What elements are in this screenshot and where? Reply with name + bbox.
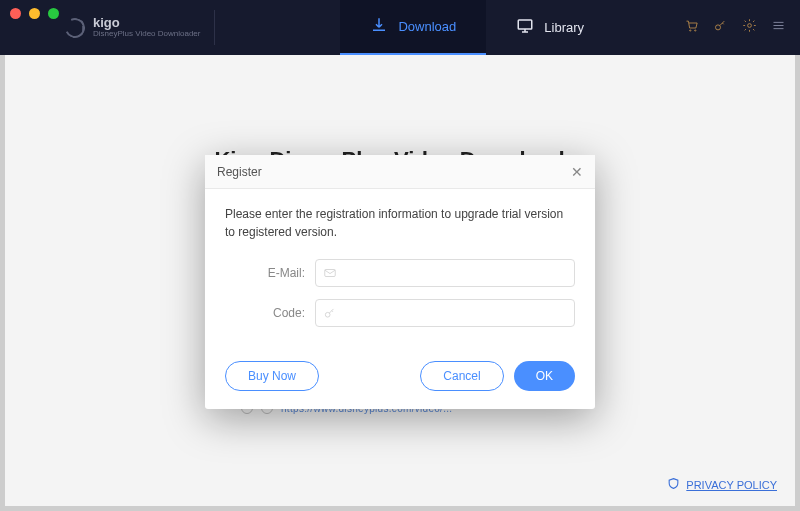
key-icon[interactable] — [713, 18, 728, 37]
brand-subtitle: DisneyPlus Video Downloader — [93, 30, 200, 39]
close-icon[interactable]: ✕ — [571, 165, 583, 179]
download-icon — [370, 16, 388, 37]
mail-icon — [323, 266, 337, 280]
modal-footer: Buy Now Cancel OK — [205, 351, 595, 409]
main-tabs: Download Library — [340, 0, 614, 55]
menu-icon[interactable] — [771, 18, 786, 37]
tab-download[interactable]: Download — [340, 0, 486, 55]
code-row: Code: — [225, 299, 575, 327]
email-label: E-Mail: — [225, 266, 315, 280]
shield-icon — [667, 477, 680, 492]
svg-point-3 — [716, 25, 721, 30]
modal-body: Please enter the registration informatio… — [205, 189, 595, 351]
key-small-icon — [323, 306, 337, 320]
privacy-policy-label: PRIVACY POLICY — [686, 479, 777, 491]
zoom-window-icon[interactable] — [48, 8, 59, 19]
register-modal: Register ✕ Please enter the registration… — [205, 155, 595, 409]
email-row: E-Mail: — [225, 259, 575, 287]
window-controls — [0, 0, 59, 55]
modal-header: Register ✕ — [205, 155, 595, 189]
titlebar: kigo DisneyPlus Video Downloader Downloa… — [0, 0, 800, 55]
modal-instructions: Please enter the registration informatio… — [225, 205, 575, 241]
gear-icon[interactable] — [742, 18, 757, 37]
buy-now-button[interactable]: Buy Now — [225, 361, 319, 391]
cart-icon[interactable] — [684, 18, 699, 37]
tab-library[interactable]: Library — [486, 0, 614, 55]
minimize-window-icon[interactable] — [29, 8, 40, 19]
privacy-policy-link[interactable]: PRIVACY POLICY — [667, 477, 777, 492]
svg-point-4 — [748, 24, 752, 28]
code-field[interactable] — [315, 299, 575, 327]
email-field[interactable] — [315, 259, 575, 287]
close-window-icon[interactable] — [10, 8, 21, 19]
tab-library-label: Library — [544, 20, 584, 35]
svg-point-1 — [690, 30, 691, 31]
monitor-icon — [516, 17, 534, 38]
svg-rect-5 — [325, 270, 336, 277]
modal-title: Register — [217, 165, 262, 179]
svg-point-2 — [695, 30, 696, 31]
tab-download-label: Download — [398, 19, 456, 34]
toolbar-right — [684, 0, 800, 55]
brand: kigo DisneyPlus Video Downloader — [65, 10, 215, 45]
svg-point-6 — [325, 312, 330, 317]
cancel-button[interactable]: Cancel — [420, 361, 503, 391]
brand-logo-icon — [62, 15, 88, 41]
brand-name: kigo — [93, 16, 200, 30]
code-label: Code: — [225, 306, 315, 320]
svg-rect-0 — [519, 20, 533, 29]
ok-button[interactable]: OK — [514, 361, 575, 391]
